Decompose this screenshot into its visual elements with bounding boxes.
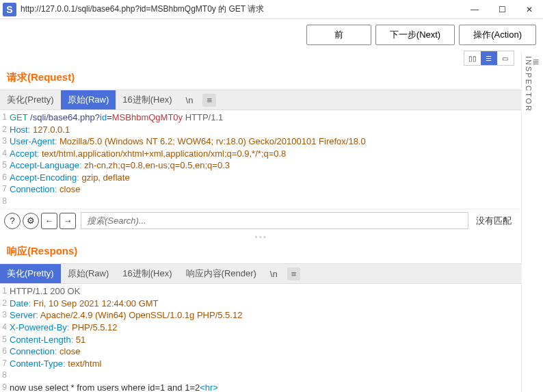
request-nomatch-label: 没有匹配 — [471, 215, 517, 227]
back-button[interactable]: 前 — [306, 25, 371, 45]
code-line: 9now use select * from users where id=1 … — [0, 382, 521, 392]
close-button[interactable]: ✕ — [516, 0, 543, 19]
code-line: 5Content-Length: 51 — [0, 334, 521, 346]
window-title: http://127.0.0.1/sqli/base64.php?id=MSBh… — [19, 3, 461, 15]
code-line: 3Server: Apache/2.4.9 (Win64) OpenSSL/1.… — [0, 309, 521, 322]
pane-divider[interactable]: • • • — [0, 232, 521, 242]
titlebar: S http://127.0.0.1/sqli/base64.php?id=MS… — [0, 0, 543, 19]
tab-newline[interactable]: \n — [263, 265, 284, 283]
prev-match-button[interactable]: ← — [41, 213, 57, 229]
code-line: 8 — [0, 196, 521, 208]
app-icon: S — [3, 3, 16, 16]
view-rows-button[interactable]: ☰ — [481, 51, 497, 65]
tab-hex[interactable]: 16进制(Hex) — [116, 264, 178, 283]
minimize-button[interactable]: — — [461, 0, 488, 19]
toolbar: 前 下一步(Next) 操作(Action) — [0, 19, 543, 51]
code-line: 1HTTP/1.1 200 OK — [0, 285, 521, 298]
gear-icon[interactable]: ⚙ — [23, 213, 39, 229]
code-line: 2Host: 127.0.0.1 — [0, 124, 521, 136]
menu-icon[interactable]: ≡ — [287, 267, 301, 280]
view-columns-button[interactable]: ▯▯ — [464, 51, 481, 65]
tab-hex[interactable]: 16进制(Hex) — [116, 90, 178, 109]
code-line: 7Connection: close — [0, 183, 521, 196]
code-line: 6Accept-Encoding: gzip, deflate — [0, 172, 521, 184]
code-line: 5Accept-Language: zh-cn,zh;q=0.8,en-us;q… — [0, 159, 521, 172]
sidebar-toggle-icon[interactable]: ≡ — [533, 56, 540, 68]
next-button[interactable]: 下一步(Next) — [375, 25, 455, 45]
tab-pretty[interactable]: 美化(Pretty) — [0, 264, 61, 283]
code-line: 7Content-Type: text/html — [0, 358, 521, 370]
code-line: 4X-Powered-By: PHP/5.5.12 — [0, 322, 521, 334]
code-line: 8 — [0, 369, 521, 382]
code-line: 4Accept: text/html,application/xhtml+xml… — [0, 148, 521, 160]
maximize-button[interactable]: ☐ — [488, 0, 516, 19]
inspector-sidebar[interactable]: ≡ INSPECTOR — [521, 51, 543, 392]
code-line: 2Date: Fri, 10 Sep 2021 12:44:00 GMT — [0, 298, 521, 310]
code-line: 1GET /sqli/base64.php?id=MSBhbmQgMT0y HT… — [0, 112, 521, 124]
tab-raw[interactable]: 原始(Raw) — [61, 90, 116, 109]
request-footer: ? ⚙ ← → 没有匹配 — [0, 209, 521, 232]
tab-pretty[interactable]: 美化(Pretty) — [0, 90, 61, 109]
tab-newline[interactable]: \n — [179, 92, 200, 109]
menu-icon[interactable]: ≡ — [202, 94, 216, 107]
inspector-label: INSPECTOR — [525, 56, 533, 112]
view-switcher: ▯▯ ☰ ▭ — [0, 51, 521, 68]
tab-raw[interactable]: 原始(Raw) — [61, 264, 116, 283]
help-icon[interactable]: ? — [4, 213, 21, 229]
response-tabs: 美化(Pretty) 原始(Raw) 16进制(Hex) 响应内容(Render… — [0, 263, 521, 284]
tab-render[interactable]: 响应内容(Render) — [179, 264, 263, 283]
request-tabs: 美化(Pretty) 原始(Raw) 16进制(Hex) \n ≡ — [0, 90, 521, 110]
action-button[interactable]: 操作(Action) — [459, 25, 536, 45]
request-body[interactable]: 1GET /sqli/base64.php?id=MSBhbmQgMT0y HT… — [0, 110, 521, 209]
code-line: 3User-Agent: Mozilla/5.0 (Windows NT 6.2… — [0, 135, 521, 148]
response-title: 响应(Respons) — [0, 242, 521, 263]
code-line: 6Connection: close — [0, 345, 521, 358]
next-match-button[interactable]: → — [59, 213, 76, 229]
request-search-input[interactable] — [81, 212, 468, 229]
response-body[interactable]: 1HTTP/1.1 200 OK2Date: Fri, 10 Sep 2021 … — [0, 284, 521, 392]
request-title: 请求(Request) — [0, 68, 521, 90]
view-single-button[interactable]: ▭ — [497, 51, 514, 65]
